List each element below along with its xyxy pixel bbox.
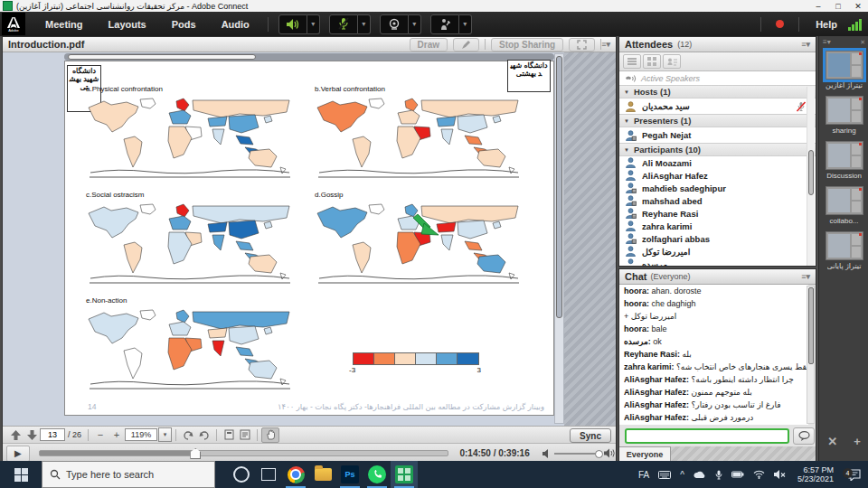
speaker-dropdown[interactable]: ▾ (307, 14, 320, 34)
page-down-button[interactable] (24, 428, 40, 442)
grid-view-icon[interactable] (643, 54, 661, 69)
attendees-pod-menu-icon[interactable]: ≡▾ (801, 40, 810, 49)
raise-hand-button[interactable] (430, 14, 459, 34)
microphone-tray-icon[interactable] (715, 470, 722, 480)
wifi-icon[interactable] (753, 470, 765, 479)
playback-thumb[interactable] (190, 448, 201, 459)
attendee-row[interactable]: mahshad abed (619, 194, 816, 207)
close-button[interactable]: ✕ (848, 2, 868, 11)
layout-item[interactable]: تیتراژ پایانی (819, 231, 868, 270)
maximize-button[interactable]: □ (828, 2, 848, 11)
sync-button[interactable]: Sync (570, 428, 611, 443)
layout-thumbnail[interactable] (826, 51, 863, 80)
horizontal-scrollbar[interactable] (64, 53, 554, 61)
section-hosts[interactable]: ▼Hosts (1) (619, 85, 816, 99)
draw-button[interactable]: Draw (410, 38, 448, 52)
menu-audio[interactable]: Audio (209, 19, 262, 30)
photoshop-icon[interactable]: Ps (336, 461, 363, 488)
pan-tool-button[interactable] (261, 427, 279, 443)
attendees-scrollbar[interactable] (807, 87, 815, 266)
attendee-row[interactable]: zolfaghari abbas (619, 232, 816, 245)
play-button[interactable]: ▶ (6, 446, 30, 462)
connection-signal-icon[interactable] (848, 18, 863, 31)
cortana-icon[interactable] (228, 461, 255, 488)
chat-input[interactable] (625, 428, 789, 444)
attendee-row[interactable]: mahdieb sadeghipur (619, 182, 816, 194)
layout-item[interactable]: collabo... (819, 186, 868, 225)
vertical-scrollbar[interactable] (554, 53, 564, 424)
zoom-out-button[interactable]: − (92, 428, 108, 442)
attendee-row[interactable]: سید محمدیان (619, 99, 816, 114)
keyboard-icon[interactable] (658, 471, 671, 479)
attendee-row[interactable]: Reyhane Rasi (619, 207, 816, 220)
layout-thumbnail[interactable] (826, 231, 863, 260)
notification-center-icon[interactable]: 4 (841, 469, 868, 481)
layout-thumbnail[interactable] (826, 186, 863, 215)
attendee-row[interactable]: مرسده (619, 258, 816, 266)
fit-page-icon[interactable] (221, 428, 237, 442)
layout-item[interactable]: Discussion (819, 141, 868, 180)
layout-thumbnail[interactable] (826, 141, 863, 170)
layout-item[interactable]: تیتراژ آغازین (819, 51, 868, 89)
share-pod-menu-icon[interactable]: ≡▾ (601, 40, 610, 49)
attendee-row[interactable]: امیررضا توکل (619, 245, 816, 258)
attendee-row[interactable]: zahra karimi (619, 220, 816, 232)
taskbar-clock[interactable]: 6:57 PM 5/23/2021 (797, 465, 834, 483)
section-presenters[interactable]: ▼Presenters (1) (619, 114, 816, 127)
zoom-in-button[interactable]: + (108, 428, 125, 442)
start-button[interactable] (0, 461, 42, 488)
microphone-dropdown[interactable]: ▾ (358, 14, 371, 34)
speaker-button[interactable] (278, 14, 307, 34)
list-view-icon[interactable] (623, 54, 641, 69)
help-menu[interactable]: Help (816, 19, 837, 30)
status-dropdown[interactable]: ▾ (459, 14, 472, 34)
attendee-row[interactable]: AliAsghar Hafez (619, 169, 816, 182)
attendee-row[interactable]: Ali Moazami (619, 156, 816, 169)
fit-width-icon[interactable] (237, 428, 253, 442)
minimize-button[interactable]: – (808, 2, 828, 11)
taskbar-search[interactable]: Type here to search (42, 461, 215, 488)
add-layout-icon[interactable]: + (854, 435, 861, 448)
status-view-icon[interactable] (663, 54, 681, 69)
volume-knob[interactable] (595, 450, 603, 458)
webcam-dropdown[interactable]: ▾ (409, 14, 421, 34)
task-view-icon[interactable] (255, 461, 282, 488)
send-message-icon[interactable] (793, 427, 815, 445)
page-up-button[interactable] (7, 428, 24, 442)
delete-layout-icon[interactable]: ✕ (827, 435, 837, 448)
menu-layouts[interactable]: Layouts (96, 19, 159, 30)
whatsapp-icon[interactable] (363, 461, 391, 488)
volume-slider[interactable] (554, 453, 600, 455)
layout-thumbnail[interactable] (826, 96, 863, 125)
adobe-connect-taskbar-icon[interactable] (391, 461, 418, 488)
everyone-tab[interactable]: Everyone (619, 446, 671, 462)
rotate-right-icon[interactable] (196, 428, 212, 442)
volume-muted-icon[interactable] (774, 470, 786, 479)
section-participants[interactable]: ▼Participants (10) (619, 143, 816, 156)
pen-icon[interactable] (453, 38, 479, 52)
chat-pod-menu-icon[interactable]: ≡▾ (801, 272, 810, 281)
page-number-input[interactable] (40, 428, 65, 441)
zoom-dropdown[interactable]: ▾ (158, 427, 172, 442)
attendee-row[interactable]: Pegah Nejat (619, 127, 816, 143)
file-explorer-icon[interactable] (309, 461, 336, 488)
fullscreen-icon[interactable] (569, 38, 595, 52)
stop-sharing-button[interactable]: Stop Sharing (491, 38, 563, 52)
adobe-logo-icon[interactable]: Adobe (2, 13, 25, 35)
battery-icon[interactable] (731, 471, 744, 478)
layout-item[interactable]: sharing (819, 96, 868, 135)
language-indicator[interactable]: FA (638, 470, 649, 480)
chat-scrollbar[interactable] (807, 286, 815, 424)
menu-pods[interactable]: Pods (159, 19, 209, 30)
chrome-icon[interactable] (282, 461, 309, 488)
layouts-close-icon[interactable]: ✕ (860, 39, 865, 46)
show-hidden-icons-chevron[interactable]: ^ (680, 470, 684, 480)
menu-meeting[interactable]: Meeting (33, 19, 96, 30)
rotate-left-icon[interactable] (180, 428, 196, 442)
webcam-button[interactable] (380, 14, 409, 34)
onedrive-icon[interactable] (693, 471, 706, 479)
layout-thumbnails: تیتراژ آغازینsharingDiscussioncollabo...… (819, 51, 868, 277)
layouts-menu-icon[interactable]: ≡▾ (823, 38, 831, 46)
playback-progress[interactable] (39, 450, 449, 456)
microphone-muted-button[interactable] (329, 14, 358, 34)
